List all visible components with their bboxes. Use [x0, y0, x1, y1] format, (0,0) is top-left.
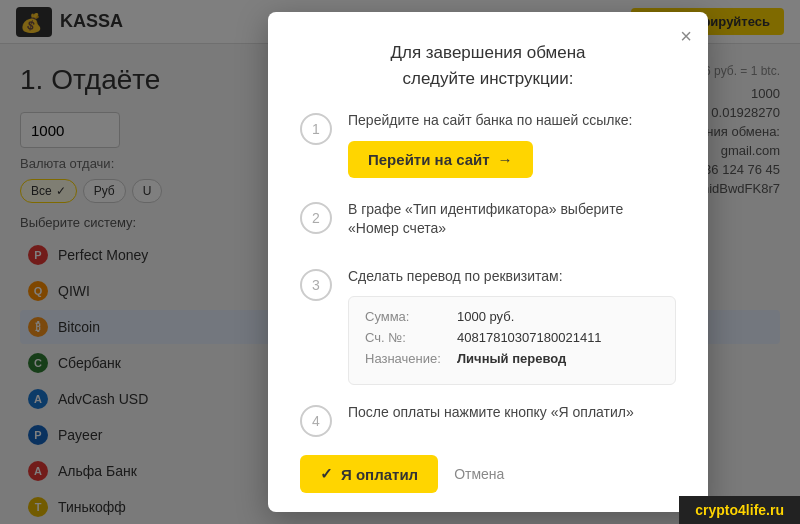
payment-details-box: Сумма: 1000 руб. Сч. №: 4081781030718002…	[348, 296, 676, 385]
step-3-text: Сделать перевод по реквизитам:	[348, 267, 676, 287]
detail-sum-row: Сумма: 1000 руб.	[365, 309, 659, 324]
step-3-row: 3 Сделать перевод по реквизитам: Сумма: …	[300, 267, 676, 386]
modal-title: Для завершения обмена следуйте инструкци…	[300, 40, 676, 91]
step-4-text: После оплаты нажмите кнопку «Я оплатил»	[348, 403, 676, 423]
detail-purpose-value: Личный перевод	[457, 351, 566, 366]
detail-account-row: Сч. №: 40817810307180021411	[365, 330, 659, 345]
paid-button[interactable]: ✓ Я оплатил	[300, 455, 438, 493]
watermark: crypto4life.ru	[679, 496, 800, 524]
step-2-text: В графе «Тип идентификатора» выберите «Н…	[348, 200, 676, 239]
step-4-content: После оплаты нажмите кнопку «Я оплатил»	[348, 403, 676, 433]
detail-purpose-row: Назначение: Личный перевод	[365, 351, 659, 366]
detail-account-label: Сч. №:	[365, 330, 445, 345]
step-1-content: Перейдите на сайт банка по нашей ссылке:…	[348, 111, 676, 182]
detail-sum-label: Сумма:	[365, 309, 445, 324]
step-3-circle: 3	[300, 269, 332, 301]
instruction-modal: × Для завершения обмена следуйте инструк…	[268, 12, 708, 512]
step-3-content: Сделать перевод по реквизитам: Сумма: 10…	[348, 267, 676, 386]
detail-account-value: 40817810307180021411	[457, 330, 602, 345]
step-1-circle: 1	[300, 113, 332, 145]
step-4-circle: 4	[300, 405, 332, 437]
step-2-circle: 2	[300, 202, 332, 234]
goto-site-button[interactable]: Перейти на сайт →	[348, 141, 533, 178]
step-1-text: Перейдите на сайт банка по нашей ссылке:	[348, 111, 676, 131]
modal-close-button[interactable]: ×	[680, 26, 692, 46]
step-2-row: 2 В графе «Тип идентификатора» выберите …	[300, 200, 676, 249]
step-1-row: 1 Перейдите на сайт банка по нашей ссылк…	[300, 111, 676, 182]
detail-sum-value: 1000 руб.	[457, 309, 514, 324]
cancel-link[interactable]: Отмена	[454, 466, 504, 482]
step-4-row: 4 После оплаты нажмите кнопку «Я оплатил…	[300, 403, 676, 437]
detail-purpose-label: Назначение:	[365, 351, 445, 366]
step-2-content: В графе «Тип идентификатора» выберите «Н…	[348, 200, 676, 249]
modal-footer: ✓ Я оплатил Отмена	[300, 455, 676, 493]
